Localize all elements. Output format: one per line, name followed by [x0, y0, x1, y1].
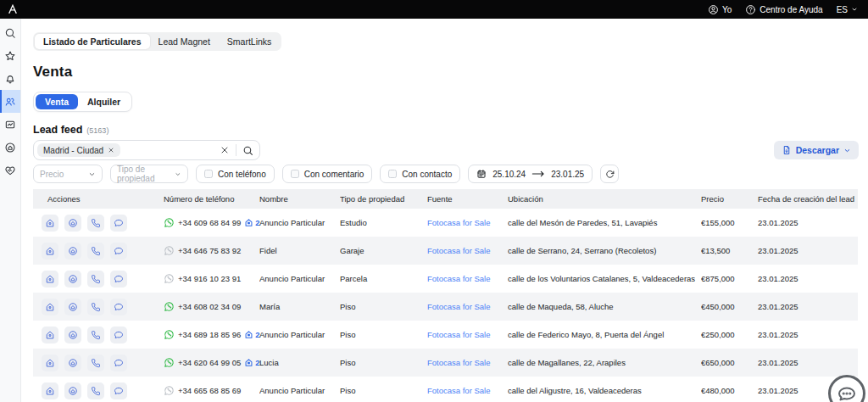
tab-smartlinks[interactable]: SmartLinks [219, 34, 281, 49]
sidebar-item-deals[interactable] [0, 159, 20, 181]
with-comment-label: Con comentario [304, 170, 364, 179]
house-icon [45, 246, 55, 256]
call-action-button[interactable] [87, 243, 104, 260]
listing-badge[interactable]: 2 [244, 218, 259, 227]
row-date: 23.01.2025 [758, 218, 858, 227]
search-clear-icon[interactable] [220, 145, 230, 155]
sidebar-item-favorites[interactable] [0, 44, 20, 67]
whatsapp-icon[interactable] [164, 329, 175, 340]
property-action-button[interactable] [42, 271, 58, 288]
table-row: +34 665 68 85 69 Anuncio Particular Piso… [33, 377, 858, 402]
download-button[interactable]: Descargar [774, 141, 859, 159]
tab-listado-de-particulares[interactable]: Listado de Particulares [35, 34, 150, 49]
search-submit-icon[interactable] [242, 145, 253, 156]
phone-number[interactable]: +34 620 64 99 05 [178, 358, 241, 367]
toggle-venta[interactable]: Venta [36, 94, 78, 109]
search-divider [236, 144, 236, 156]
phone-number[interactable]: +34 665 68 85 69 [178, 386, 241, 395]
property-action-button[interactable] [42, 382, 58, 399]
search-input[interactable]: Madrid - Ciudad [33, 140, 260, 160]
call-action-button[interactable] [87, 327, 104, 343]
phone-number[interactable]: +34 916 10 23 91 [178, 274, 241, 283]
comment-action-button[interactable] [110, 243, 127, 260]
table-row: +34 608 02 34 09 María Piso Fotocasa for… [33, 293, 858, 321]
valuation-action-button[interactable] [64, 327, 81, 343]
whatsapp-icon[interactable] [164, 245, 175, 256]
sidebar [0, 19, 21, 402]
whatsapp-icon[interactable] [164, 385, 175, 396]
chat-bubble-icon [114, 274, 124, 284]
sidebar-item-contacts[interactable] [0, 90, 20, 113]
language-code: ES [837, 5, 848, 14]
row-date: 23.01.2025 [758, 274, 858, 283]
row-source-link[interactable]: Fotocasa for Sale [427, 218, 508, 227]
listing-badge[interactable]: 2 [244, 358, 259, 367]
comment-action-button[interactable] [110, 355, 127, 371]
whatsapp-icon[interactable] [164, 301, 175, 312]
phone-number[interactable]: +34 608 02 34 09 [178, 302, 241, 311]
help-center[interactable]: Centro de Ayuda [745, 4, 822, 15]
phone-number[interactable]: +34 689 18 85 96 [178, 330, 241, 339]
whatsapp-icon[interactable] [164, 357, 175, 368]
comment-action-button[interactable] [110, 299, 127, 315]
checkbox-icon [388, 170, 397, 178]
row-source-link[interactable]: Fotocasa for Sale [427, 274, 508, 283]
refresh-icon [605, 170, 615, 179]
phone-number[interactable]: +34 646 75 83 92 [178, 246, 241, 255]
comment-action-button[interactable] [110, 382, 127, 399]
sidebar-item-search[interactable] [0, 21, 20, 44]
property-action-button[interactable] [42, 355, 58, 371]
property-action-button[interactable] [42, 215, 58, 232]
row-source-link[interactable]: Fotocasa for Sale [427, 246, 508, 255]
row-location: calle del Aligustre, 16, Valdeacederas [508, 386, 701, 395]
row-source-link[interactable]: Fotocasa for Sale [427, 302, 508, 311]
with-phone-checkbox[interactable]: Con teléfono [196, 165, 275, 183]
chat-dots-icon [837, 384, 857, 402]
comment-action-button[interactable] [110, 271, 127, 288]
valuation-action-button[interactable] [64, 215, 81, 232]
tab-lead-magnet[interactable]: Lead Magnet [150, 34, 219, 49]
row-phone: +34 620 64 99 05 2 [164, 357, 259, 368]
chevron-down-icon [175, 170, 181, 178]
price-filter-select[interactable]: Precio [33, 165, 103, 183]
property-action-button[interactable] [42, 243, 58, 260]
valuation-action-button[interactable] [64, 271, 81, 288]
whatsapp-icon[interactable] [164, 217, 175, 228]
with-contact-checkbox[interactable]: Con contacto [380, 165, 460, 183]
call-action-button[interactable] [87, 271, 104, 288]
chat-bubble-icon [114, 358, 124, 368]
filter-chip-madrid[interactable]: Madrid - Ciudad [37, 143, 120, 157]
phone-icon [91, 302, 101, 312]
property-action-button[interactable] [42, 327, 58, 343]
home-circle-icon [68, 386, 78, 396]
valuation-action-button[interactable] [64, 299, 81, 315]
whatsapp-icon[interactable] [164, 273, 175, 284]
phone-number[interactable]: +34 609 68 84 99 [178, 218, 241, 227]
row-source-link[interactable]: Fotocasa for Sale [427, 330, 508, 339]
call-action-button[interactable] [87, 355, 104, 371]
sidebar-item-valuation[interactable] [0, 136, 20, 159]
user-menu[interactable]: Yo [708, 4, 732, 15]
row-source-link[interactable]: Fotocasa for Sale [427, 358, 508, 367]
call-action-button[interactable] [87, 215, 104, 232]
comment-action-button[interactable] [110, 327, 127, 343]
sidebar-item-notifications[interactable] [0, 67, 20, 90]
app-logo-icon[interactable] [7, 3, 19, 15]
property-action-button[interactable] [42, 299, 58, 315]
listing-badge[interactable]: 2 [244, 330, 259, 339]
date-range-picker[interactable]: 25.10.24 23.01.25 [468, 165, 593, 183]
row-source-link[interactable]: Fotocasa for Sale [427, 386, 508, 395]
language-selector[interactable]: ES [837, 5, 858, 14]
call-action-button[interactable] [87, 299, 104, 315]
valuation-action-button[interactable] [64, 355, 81, 371]
with-comment-checkbox[interactable]: Con comentario [282, 165, 373, 183]
comment-action-button[interactable] [110, 215, 127, 232]
sidebar-item-reports[interactable] [0, 113, 20, 136]
call-action-button[interactable] [87, 382, 104, 399]
property-type-filter-select[interactable]: Tipo de propiedad [110, 165, 188, 183]
toggle-alquiler[interactable]: Alquiler [78, 94, 130, 109]
col-tipo: Tipo de propiedad [340, 194, 427, 204]
valuation-action-button[interactable] [64, 382, 81, 399]
valuation-action-button[interactable] [64, 243, 81, 260]
refresh-button[interactable] [600, 165, 619, 183]
